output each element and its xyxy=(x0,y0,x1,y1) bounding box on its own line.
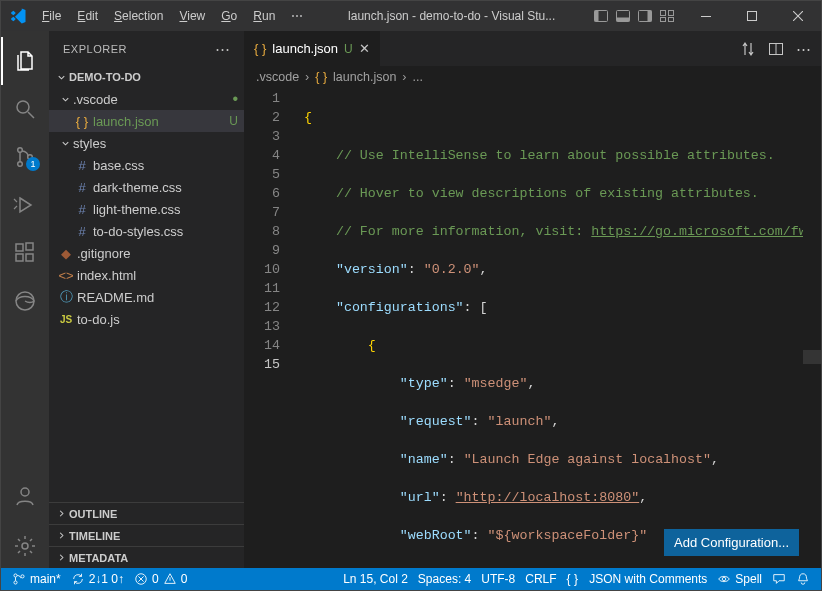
menu-selection[interactable]: Selection xyxy=(107,5,170,27)
file-gitignore[interactable]: ◆ .gitignore xyxy=(49,242,244,264)
chevron-right-icon xyxy=(53,508,69,519)
minimize-button[interactable] xyxy=(683,1,729,31)
js-file-icon: JS xyxy=(57,314,75,325)
json-file-icon: { } xyxy=(254,41,266,56)
file-launch-json[interactable]: { } launch.json U xyxy=(49,110,244,132)
eye-icon xyxy=(717,572,731,586)
metadata-section[interactable]: METADATA xyxy=(49,546,244,568)
activity-settings[interactable] xyxy=(1,524,49,568)
status-problems[interactable]: 0 0 xyxy=(129,572,192,586)
status-sync[interactable]: 2↓1 0↑ xyxy=(66,572,129,586)
menu-run[interactable]: Run xyxy=(246,5,282,27)
branch-icon xyxy=(12,572,26,586)
window-title: launch.json - demo-to-do - Visual Stu... xyxy=(310,9,593,23)
file-light-theme-css[interactable]: # light-theme.css xyxy=(49,198,244,220)
editor-group: { } launch.json U ✕ ⋯ .vscode › { } laun… xyxy=(244,31,821,568)
close-icon[interactable]: ✕ xyxy=(359,41,370,56)
extensions-icon xyxy=(13,241,37,265)
layout-controls xyxy=(593,8,675,24)
chevron-right-icon xyxy=(53,552,69,563)
minimap-slider[interactable] xyxy=(803,350,821,364)
menu-edit[interactable]: Edit xyxy=(70,5,105,27)
tab-launch-json[interactable]: { } launch.json U ✕ xyxy=(244,31,381,66)
explorer-title: EXPLORER xyxy=(63,43,127,55)
file-todo-styles-css[interactable]: # to-do-styles.css xyxy=(49,220,244,242)
title-bar: File Edit Selection View Go Run ⋯ launch… xyxy=(1,1,821,31)
search-icon xyxy=(13,97,37,121)
maximize-button[interactable] xyxy=(729,1,775,31)
chevron-down-icon xyxy=(53,72,69,83)
add-configuration-button[interactable]: Add Configuration... xyxy=(664,529,799,556)
app-menu: File Edit Selection View Go Run ⋯ xyxy=(35,5,310,27)
status-language[interactable]: { } JSON with Comments xyxy=(562,572,713,586)
status-encoding[interactable]: UTF-8 xyxy=(476,572,520,586)
timeline-section[interactable]: TIMELINE xyxy=(49,524,244,546)
activity-debug[interactable] xyxy=(1,181,49,229)
scm-badge: 1 xyxy=(26,157,40,171)
svg-rect-7 xyxy=(669,11,674,16)
activity-scm[interactable]: 1 xyxy=(1,133,49,181)
project-root[interactable]: DEMO-TO-DO xyxy=(49,66,244,88)
status-cursor[interactable]: Ln 15, Col 2 xyxy=(338,572,413,586)
git-status: U xyxy=(229,114,238,128)
css-file-icon: # xyxy=(73,180,91,195)
file-index-html[interactable]: <> index.html xyxy=(49,264,244,286)
folder-styles[interactable]: styles xyxy=(49,132,244,154)
json-file-icon: { } xyxy=(315,70,327,84)
panel-bottom-icon[interactable] xyxy=(615,8,631,24)
modified-dot-icon: • xyxy=(232,94,238,104)
activity-search[interactable] xyxy=(1,85,49,133)
menu-view[interactable]: View xyxy=(172,5,212,27)
css-file-icon: # xyxy=(73,202,91,217)
panel-left-icon[interactable] xyxy=(593,8,609,24)
status-feedback[interactable] xyxy=(767,572,791,586)
gear-icon xyxy=(13,534,37,558)
split-editor-icon[interactable] xyxy=(768,41,784,57)
compare-changes-icon[interactable] xyxy=(740,41,756,57)
svg-rect-10 xyxy=(701,16,711,17)
more-icon[interactable]: ⋯ xyxy=(796,40,811,58)
activity-account[interactable] xyxy=(1,472,49,520)
activity-bar: 1 xyxy=(1,31,49,568)
panel-right-icon[interactable] xyxy=(637,8,653,24)
svg-point-12 xyxy=(17,101,29,113)
status-branch[interactable]: main* xyxy=(7,572,66,586)
status-eol[interactable]: CRLF xyxy=(520,572,561,586)
svg-point-26 xyxy=(14,581,17,584)
status-spell[interactable]: Spell xyxy=(712,572,767,586)
chevron-down-icon xyxy=(57,94,73,105)
file-readme-md[interactable]: ⓘ README.md xyxy=(49,286,244,308)
outline-section[interactable]: OUTLINE xyxy=(49,502,244,524)
svg-rect-6 xyxy=(661,11,666,16)
vscode-logo-icon xyxy=(9,7,27,25)
status-spaces[interactable]: Spaces: 4 xyxy=(413,572,476,586)
menu-overflow[interactable]: ⋯ xyxy=(284,5,310,27)
activity-extensions[interactable] xyxy=(1,229,49,277)
debug-icon xyxy=(13,193,37,217)
warning-icon xyxy=(163,572,177,586)
file-base-css[interactable]: # base.css xyxy=(49,154,244,176)
explorer-more-icon[interactable]: ⋯ xyxy=(215,40,231,58)
file-dark-theme-css[interactable]: # dark-theme.css xyxy=(49,176,244,198)
minimap[interactable] xyxy=(803,88,821,568)
folder-vscode[interactable]: .vscode • xyxy=(49,88,244,110)
json-icon: { } xyxy=(567,572,578,586)
code-content[interactable]: { // Use IntelliSense to learn about pos… xyxy=(296,88,821,568)
explorer-sidebar: EXPLORER ⋯ DEMO-TO-DO .vscode • { } laun… xyxy=(49,31,244,568)
breadcrumb[interactable]: .vscode › { } launch.json › ... xyxy=(244,66,821,88)
activity-explorer[interactable] xyxy=(1,37,49,85)
line-gutter: 1 2 3 4 5 6 7 8 9 10 11 12 13 14 15 xyxy=(244,88,296,568)
layout-grid-icon[interactable] xyxy=(659,8,675,24)
status-bell[interactable] xyxy=(791,572,815,586)
close-button[interactable] xyxy=(775,1,821,31)
menu-go[interactable]: Go xyxy=(214,5,244,27)
svg-rect-9 xyxy=(669,18,674,22)
svg-point-13 xyxy=(18,148,23,153)
svg-rect-19 xyxy=(26,243,33,250)
code-editor[interactable]: 1 2 3 4 5 6 7 8 9 10 11 12 13 14 15 { //… xyxy=(244,88,821,568)
file-todo-js[interactable]: JS to-do.js xyxy=(49,308,244,330)
svg-point-27 xyxy=(21,575,24,578)
svg-rect-17 xyxy=(16,254,23,261)
activity-edge[interactable] xyxy=(1,277,49,325)
menu-file[interactable]: File xyxy=(35,5,68,27)
